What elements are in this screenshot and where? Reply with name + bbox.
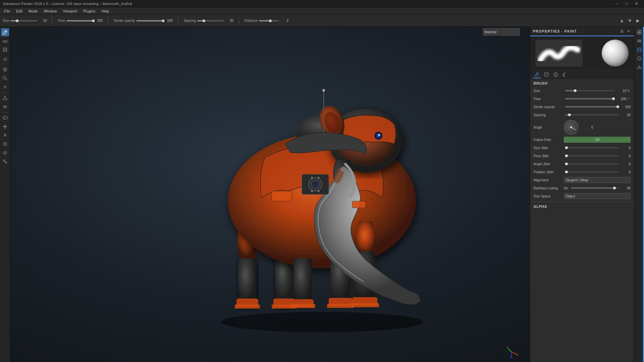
measure-tool[interactable] <box>1 140 9 148</box>
eraser-tool[interactable] <box>1 37 9 45</box>
size-space-dropdown[interactable]: Object <box>564 193 631 199</box>
distance-slider[interactable] <box>259 20 279 21</box>
transform-tool[interactable] <box>1 123 9 131</box>
flow-jitter-value: 0 <box>620 154 631 158</box>
size-prop-slider[interactable] <box>565 90 615 91</box>
prop-maximize-button[interactable]: ⊞ <box>619 29 625 34</box>
layers-icon-btn[interactable] <box>635 37 643 45</box>
svg-rect-64 <box>327 304 354 308</box>
menu-plugins[interactable]: Plugins <box>81 8 98 14</box>
follow-path-toggle[interactable]: Off <box>564 137 631 143</box>
mask-tool[interactable] <box>1 114 9 122</box>
flow-jitter-slider[interactable] <box>565 155 619 156</box>
position-jitter-value: 0 <box>620 170 631 174</box>
flow-property-row: Flow 100 ✓ <box>530 95 634 103</box>
layers-tool[interactable] <box>1 103 9 111</box>
stroke-opacity-slider[interactable] <box>136 20 163 21</box>
svg-point-27 <box>3 151 7 155</box>
menu-mode[interactable]: Mode <box>26 8 41 14</box>
title-bar: Substance Painter 2018.1.0 - License: 16… <box>0 0 644 7</box>
menu-file[interactable]: File <box>1 8 13 14</box>
distance-group: Distance 3 <box>244 19 288 22</box>
stroke-opacity-label: Stroke opacity <box>114 19 135 22</box>
svg-line-0 <box>5 31 6 32</box>
maximize-button[interactable]: □ <box>622 1 631 7</box>
material-dropdown[interactable]: Material <box>483 28 520 36</box>
angle-dial[interactable] <box>564 120 579 135</box>
fill-tool[interactable] <box>1 54 9 62</box>
angle-prop-label: Angle <box>534 126 564 129</box>
select-tool[interactable] <box>1 149 9 157</box>
brush-tab-paint[interactable] <box>533 71 541 78</box>
menu-help[interactable]: Help <box>99 8 112 14</box>
projection-tool[interactable] <box>1 46 9 54</box>
texture-sets-icon-btn[interactable] <box>635 28 643 36</box>
size-jitter-label: Size Jitter <box>534 146 564 150</box>
stroke-opacity-group: Stroke opacity 100 <box>114 19 173 22</box>
angle-jitter-slider[interactable] <box>565 163 619 165</box>
size-slider[interactable] <box>10 20 37 21</box>
brush-tab-moon[interactable] <box>561 71 569 78</box>
size-jitter-row: Size Jitter 0 <box>530 144 634 152</box>
clone-tool[interactable] <box>1 74 9 82</box>
spacing-property-row: Spacing 20 <box>530 111 634 119</box>
spacing-prop-value: 20 <box>620 113 631 117</box>
stroke-opacity-value: 100 <box>165 19 173 22</box>
baking-icon-btn[interactable] <box>635 63 643 71</box>
position-jitter-slider[interactable] <box>565 171 619 173</box>
brush-tab-texture[interactable] <box>542 71 550 78</box>
geometry-paint-tool[interactable] <box>1 94 9 102</box>
menu-viewport[interactable]: Viewport <box>60 8 80 14</box>
position-jitter-label: Position Jitter <box>534 170 564 174</box>
svg-rect-29 <box>5 162 7 163</box>
svg-marker-20 <box>3 126 4 127</box>
svg-text:Y: Y <box>507 346 508 349</box>
paint-brush-tool[interactable] <box>1 28 9 36</box>
backface-culling-label: Backface culling <box>534 186 564 190</box>
flow-prop-slider[interactable] <box>565 98 615 99</box>
size-property-row: Size 10 ✎ <box>530 87 634 95</box>
spacing-group: Spacing 20 <box>184 19 233 22</box>
arrow-up-icon[interactable]: ▲ <box>618 17 625 24</box>
angle-jitter-row: Angle Jitter 0 <box>530 160 634 168</box>
spacing-prop-slider[interactable] <box>565 114 619 116</box>
svg-marker-19 <box>4 128 6 129</box>
arrow-down-icon[interactable]: ▼ <box>627 17 633 24</box>
alignment-dropdown[interactable]: Tangent | Wrap <box>564 177 631 183</box>
stroke-opacity-prop-value: 100 <box>620 105 631 109</box>
right-icons-sidebar <box>634 27 644 362</box>
size-jitter-slider[interactable] <box>565 147 619 148</box>
svg-rect-60 <box>272 191 292 201</box>
menu-window[interactable]: Window <box>41 8 59 14</box>
svg-text:X: X <box>517 354 518 356</box>
color-picker-tool[interactable] <box>1 131 9 139</box>
svg-rect-81 <box>640 33 641 34</box>
pivot-tool[interactable] <box>1 157 9 166</box>
close-button[interactable]: ✕ <box>632 1 641 7</box>
brush-tab-sphere[interactable] <box>552 71 560 78</box>
left-toolbar <box>0 27 10 362</box>
blur-tool[interactable] <box>1 83 9 91</box>
svg-rect-73 <box>544 73 548 77</box>
minimize-button[interactable]: – <box>612 1 621 7</box>
effects-icon-btn[interactable] <box>635 54 643 62</box>
app-title: Substance Painter 2018.1.0 - License: 16… <box>3 2 132 6</box>
svg-point-41 <box>378 134 380 136</box>
svg-point-45 <box>322 89 325 92</box>
flow-slider[interactable] <box>66 20 93 21</box>
menu-edit[interactable]: Edit <box>13 8 25 14</box>
smudge-tool[interactable] <box>1 65 9 74</box>
size-edit-button[interactable]: ✎ <box>626 89 631 93</box>
arrow-right-icon[interactable]: ▶ <box>635 17 641 24</box>
backface-culling-slider[interactable] <box>571 187 619 189</box>
angle-prop-value: 0 <box>581 126 593 129</box>
prop-close-button[interactable]: ✕ <box>626 29 631 34</box>
left-tool-sep-3 <box>2 112 8 112</box>
flow-checkmark-button[interactable]: ✓ <box>626 97 631 101</box>
svg-rect-79 <box>640 30 641 32</box>
spacing-slider[interactable] <box>197 20 224 21</box>
svg-line-68 <box>508 349 511 352</box>
stroke-opacity-prop-slider[interactable] <box>565 106 619 107</box>
svg-rect-80 <box>637 33 639 34</box>
properties-icon-btn[interactable] <box>635 46 643 54</box>
